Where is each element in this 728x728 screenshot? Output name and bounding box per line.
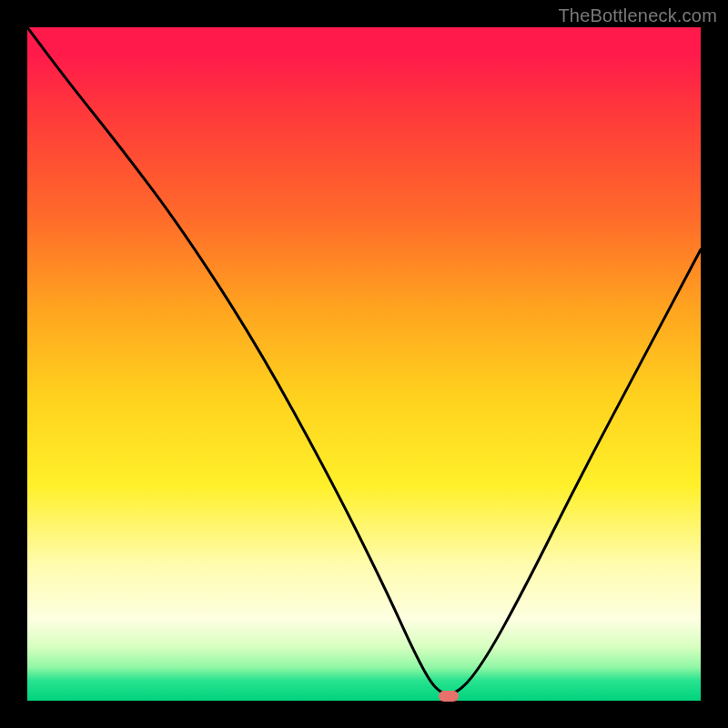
optimal-marker-icon [439,691,459,702]
bottleneck-curve [27,27,701,701]
chart-frame: TheBottleneck.com [0,0,728,728]
watermark-text: TheBottleneck.com [558,5,717,26]
plot-area [27,27,701,701]
